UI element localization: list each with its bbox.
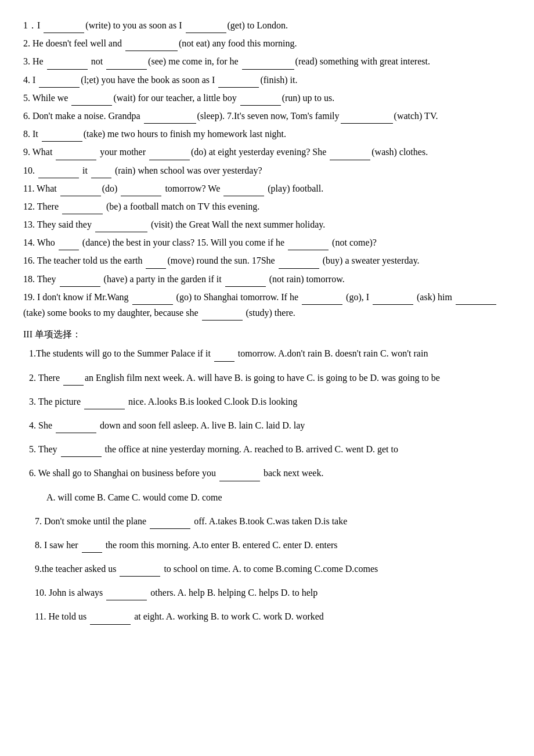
line-3: 3. He not (see) me come in, for he (read… <box>23 53 511 69</box>
mc-3: 3. The picture nice. A.looks B.is looked… <box>23 394 511 409</box>
line-19: 19. I don't know if Mr.Wang (go) to Shan… <box>23 289 511 321</box>
mc-8: 8. I saw her the room this morning. A.to… <box>23 537 511 553</box>
mc-11: 11. He told us at eight. A. working B. t… <box>23 609 511 624</box>
line-13: 13. They said they (visit) the Great Wal… <box>23 217 511 232</box>
line-18: 18. They (have) a party in the garden if… <box>23 271 511 287</box>
line-5: 5. While we (wait) for our teacher, a li… <box>23 90 511 106</box>
line-1: 1．I (write) to you as soon as I (get) to… <box>23 17 511 33</box>
mc-4: 4. She down and soon fell asleep. A. liv… <box>23 417 511 433</box>
line-8: 8. It (take) me two hours to finish my h… <box>23 126 511 142</box>
mc-5: 5. They the office at nine yesterday mor… <box>23 441 511 457</box>
line-4: 4. I (l;et) you have the book as soon as… <box>23 72 511 88</box>
line-6-7: 6. Don't make a noise. Grandpa (sleep). … <box>23 108 511 124</box>
mc-7: 7. Don't smoke until the plane off. A.ta… <box>23 513 511 529</box>
mc-10: 10. John is always others. A. help B. he… <box>23 585 511 600</box>
line-9: 9. What your mother (do) at eight yester… <box>23 144 511 160</box>
mc-1: 1.The students will go to the Summer Pal… <box>23 345 511 361</box>
line-11: 11. What (do) tomorrow? We (play) footba… <box>23 181 511 196</box>
mc-2: 2. There an English film next week. A. w… <box>23 370 511 386</box>
line-12: 12. There (be) a football match on TV th… <box>23 199 511 214</box>
line-2: 2. He doesn't feel well and (not eat) an… <box>23 35 511 51</box>
part1-lines: 1．I (write) to you as soon as I (get) to… <box>23 17 511 321</box>
mc-9: 9.the teacher asked us to school on time… <box>23 561 511 577</box>
line-10: 10. it (rain) when school was over yeste… <box>23 163 511 178</box>
line-16-17: 16. The teacher told us the earth (move)… <box>23 253 511 268</box>
mc-6: 6. We shall go to Shanghai on business b… <box>23 465 511 481</box>
section3-title: III 单项选择： <box>23 326 511 342</box>
line-14-15: 14. Who (dance) the best in your class? … <box>23 235 511 250</box>
exercise-container: 1．I (write) to you as soon as I (get) to… <box>23 17 511 625</box>
mc-6-options: A. will come B. Came C. would come D. co… <box>23 489 511 505</box>
